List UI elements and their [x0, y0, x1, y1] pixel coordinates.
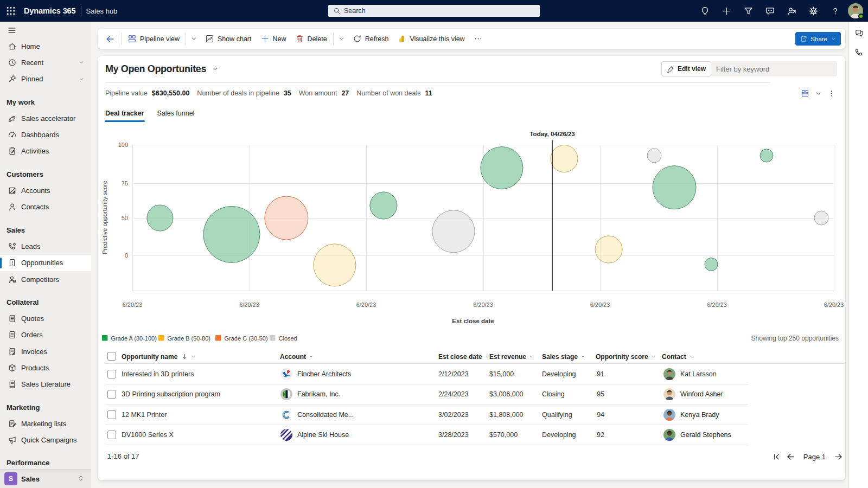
opportunity-bubble-grade-a[interactable]	[705, 258, 718, 271]
column-header-opportunity-name[interactable]: Opportunity name	[122, 350, 196, 363]
cell-opportunity-name[interactable]: 3D Printing subscription program	[122, 384, 220, 405]
sidebar-item-invoices[interactable]: Invoices	[0, 343, 91, 359]
app-launcher-button[interactable]	[0, 0, 22, 22]
table-row[interactable]: Interested in 3D printersFincher Archite…	[98, 364, 845, 384]
edit-view-button[interactable]: Edit view	[661, 61, 711, 76]
sidebar-item-quick-campaigns[interactable]: Quick Campaigns	[0, 432, 91, 448]
next-page-button[interactable]	[831, 450, 845, 464]
share-button[interactable]: Share	[795, 32, 841, 46]
sidebar-item-quotes[interactable]: Quotes	[0, 310, 91, 326]
cell-account[interactable]: Consolidated Me...	[280, 404, 354, 425]
opportunity-bubble-closed[interactable]	[814, 211, 828, 225]
back-button[interactable]	[101, 31, 119, 47]
cell-contact[interactable]: Kat Larsson	[663, 364, 717, 384]
pipeline-view-dropdown-button[interactable]	[188, 31, 201, 47]
cell-account[interactable]: Fabrikam, Inc.	[280, 384, 340, 405]
row-checkbox[interactable]	[107, 410, 116, 419]
sidebar-item-pinned[interactable]: Pinned	[0, 71, 91, 87]
sidebar-item-leads[interactable]: Leads	[0, 238, 91, 254]
tab-sales-funnel[interactable]: Sales funnel	[157, 106, 195, 121]
global-search-box[interactable]: Search	[328, 5, 540, 17]
view-selector[interactable]: My Open Opportunites	[105, 60, 219, 78]
sidebar-item-products[interactable]: Products	[0, 359, 91, 376]
phone-pane-button[interactable]	[849, 42, 868, 62]
sitemap-collapse-button[interactable]	[2, 23, 22, 38]
opportunity-bubble-grade-c[interactable]	[265, 196, 308, 240]
opportunity-bubble-grade-a[interactable]	[203, 206, 260, 262]
plus-button[interactable]	[716, 0, 737, 22]
opportunity-bubble-closed[interactable]	[432, 210, 475, 253]
delete-dropdown-button[interactable]	[335, 31, 348, 47]
y-tick-label: 100	[118, 142, 128, 148]
previous-page-button[interactable]	[784, 450, 798, 464]
more-options-button[interactable]	[825, 87, 838, 100]
visualize-button[interactable]: Visualize this view	[393, 31, 469, 47]
sidebar-item-competitors[interactable]: Competitors	[0, 271, 91, 287]
help-button[interactable]	[824, 0, 846, 22]
sidebar-item-marketing-lists[interactable]: Marketing lists	[0, 415, 91, 432]
column-header-opportunity-score[interactable]: Opportnity score	[596, 350, 656, 363]
cell-contact[interactable]: Gerald Stephens	[663, 425, 731, 446]
layout-dropdown-button[interactable]	[812, 87, 825, 100]
sidebar-item-activities[interactable]: Activities	[0, 143, 91, 159]
column-header-est-close-date[interactable]: Est close date	[438, 350, 490, 363]
opportunity-bubble-grade-b[interactable]	[314, 244, 356, 286]
refresh-button[interactable]: Refresh	[348, 31, 393, 47]
cell-account[interactable]: Alpine Ski House	[280, 425, 349, 446]
sidebar-item-recent[interactable]: Recent	[0, 54, 91, 70]
pipeline-view-button[interactable]: Pipeline view	[123, 31, 184, 47]
sidebar-item-home[interactable]: Home	[0, 38, 91, 54]
app-name[interactable]: Sales hub	[86, 7, 118, 15]
brand-title[interactable]: Dynamics 365	[24, 7, 76, 15]
row-checkbox[interactable]	[107, 370, 116, 378]
feedback-button[interactable]	[759, 0, 781, 22]
chat-pane-button[interactable]	[849, 23, 868, 42]
opportunity-bubble-grade-a[interactable]	[370, 192, 397, 219]
opportunity-bubble-grade-b[interactable]	[551, 145, 578, 172]
column-header-account[interactable]: Account	[280, 350, 314, 363]
legend-swatch	[102, 335, 108, 341]
cell-account[interactable]: Fincher Architects	[280, 364, 351, 384]
first-page-button[interactable]	[770, 450, 784, 464]
opportunity-bubble-grade-a[interactable]	[760, 149, 773, 162]
funnel-button[interactable]	[737, 0, 759, 22]
area-switcher[interactable]: SSales	[0, 469, 91, 488]
row-checkbox[interactable]	[107, 390, 116, 399]
more-commands-button[interactable]	[469, 31, 487, 47]
lightbulb-button[interactable]	[694, 0, 716, 22]
opportunity-bubble-grade-a[interactable]	[147, 205, 173, 231]
delete-button[interactable]: Delete	[291, 31, 331, 47]
sidebar-item-contacts[interactable]: Contacts	[0, 199, 91, 215]
sidebar-item-accounts[interactable]: Accounts	[0, 182, 91, 198]
opportunity-bubble-grade-a[interactable]	[481, 147, 523, 189]
filter-by-keyword-input[interactable]	[711, 61, 837, 76]
cell-opportunity-name[interactable]: Interested in 3D printers	[122, 364, 194, 384]
show-chart-button[interactable]: Show chart	[201, 31, 256, 47]
row-checkbox[interactable]	[107, 431, 116, 439]
sidebar-item-opportunities[interactable]: Opportunities	[0, 255, 91, 271]
new-button[interactable]: New	[256, 31, 291, 47]
sidebar-item-sales-literature[interactable]: Sales Literature	[0, 376, 91, 393]
sidebar-item-sales-accelerator[interactable]: Sales accelerator	[0, 110, 91, 126]
gear-button[interactable]	[802, 0, 824, 22]
table-row[interactable]: DV1000 Series XAlpine Ski House3/28/2023…	[98, 425, 845, 446]
table-row[interactable]: 3D Printing subscription programFabrikam…	[98, 384, 845, 405]
sidebar-item-orders[interactable]: Orders	[0, 327, 91, 343]
opportunity-bubble-closed[interactable]	[647, 149, 661, 163]
user-avatar[interactable]	[848, 3, 863, 18]
column-header-est-revenue[interactable]: Est revenue	[489, 350, 534, 363]
cell-contact[interactable]: Kenya Brady	[663, 404, 719, 425]
table-row[interactable]: 12 MK1 PrinterConsolidated Me...3/02/202…	[98, 404, 845, 425]
cell-opportunity-name[interactable]: DV1000 Series X	[122, 425, 174, 446]
cell-contact[interactable]: Winford Asher	[663, 384, 723, 405]
opportunity-bubble-grade-b[interactable]	[595, 236, 622, 263]
sidebar-item-dashboards[interactable]: Dashboards	[0, 126, 91, 143]
column-header-sales-stage[interactable]: Sales stage	[542, 350, 586, 363]
person-share-button[interactable]	[781, 0, 802, 22]
tab-deal-tracker[interactable]: Deal tracker	[105, 106, 144, 121]
dashboard-layout-button[interactable]	[799, 87, 812, 100]
cell-opportunity-name[interactable]: 12 MK1 Printer	[122, 404, 167, 425]
select-all-checkbox[interactable]	[107, 352, 116, 361]
column-header-contact[interactable]: Contact	[662, 350, 694, 363]
opportunity-bubble-grade-a[interactable]	[653, 166, 696, 209]
